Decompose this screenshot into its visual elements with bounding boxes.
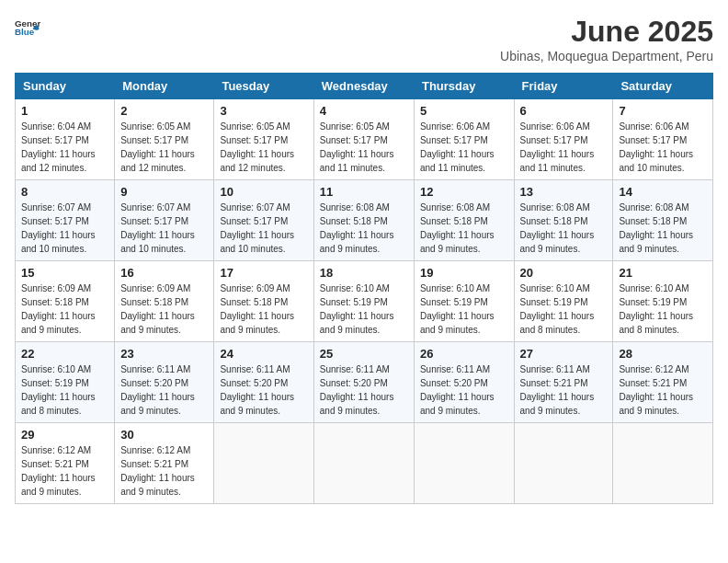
calendar-cell: 23Sunrise: 6:11 AMSunset: 5:20 PMDayligh… — [115, 342, 214, 423]
day-number: 18 — [320, 266, 408, 280]
day-number: 23 — [120, 347, 208, 361]
calendar-cell: 2Sunrise: 6:05 AMSunset: 5:17 PMDaylight… — [115, 99, 214, 180]
calendar-cell: 10Sunrise: 6:07 AMSunset: 5:17 PMDayligh… — [214, 180, 313, 261]
day-info: Sunrise: 6:08 AMSunset: 5:18 PMDaylight:… — [520, 201, 608, 256]
calendar-week-row: 1Sunrise: 6:04 AMSunset: 5:17 PMDaylight… — [16, 99, 713, 180]
calendar-cell — [613, 423, 713, 504]
day-info: Sunrise: 6:07 AMSunset: 5:17 PMDaylight:… — [120, 201, 208, 256]
calendar-cell: 25Sunrise: 6:11 AMSunset: 5:20 PMDayligh… — [313, 342, 414, 423]
calendar-cell: 30Sunrise: 6:12 AMSunset: 5:21 PMDayligh… — [115, 423, 214, 504]
day-number: 25 — [320, 347, 408, 361]
day-number: 12 — [420, 185, 508, 199]
day-number: 4 — [320, 104, 408, 118]
calendar-cell: 24Sunrise: 6:11 AMSunset: 5:20 PMDayligh… — [214, 342, 313, 423]
calendar-cell: 13Sunrise: 6:08 AMSunset: 5:18 PMDayligh… — [514, 180, 613, 261]
calendar-cell: 20Sunrise: 6:10 AMSunset: 5:19 PMDayligh… — [514, 261, 613, 342]
day-number: 19 — [420, 266, 508, 280]
day-number: 3 — [220, 104, 307, 118]
calendar-cell: 27Sunrise: 6:11 AMSunset: 5:21 PMDayligh… — [514, 342, 613, 423]
day-info: Sunrise: 6:11 AMSunset: 5:20 PMDaylight:… — [320, 362, 408, 418]
calendar-week-row: 8Sunrise: 6:07 AMSunset: 5:17 PMDaylight… — [16, 180, 713, 261]
calendar-header-row: SundayMondayTuesdayWednesdayThursdayFrid… — [16, 74, 713, 99]
day-info: Sunrise: 6:08 AMSunset: 5:18 PMDaylight:… — [420, 201, 508, 256]
logo-icon: General Blue — [15, 15, 40, 40]
day-number: 22 — [21, 347, 108, 361]
calendar-cell: 5Sunrise: 6:06 AMSunset: 5:17 PMDaylight… — [414, 99, 514, 180]
day-number: 20 — [520, 266, 608, 280]
calendar-cell: 11Sunrise: 6:08 AMSunset: 5:18 PMDayligh… — [313, 180, 414, 261]
calendar-cell: 21Sunrise: 6:10 AMSunset: 5:19 PMDayligh… — [613, 261, 713, 342]
calendar-cell: 17Sunrise: 6:09 AMSunset: 5:18 PMDayligh… — [214, 261, 313, 342]
day-info: Sunrise: 6:05 AMSunset: 5:17 PMDaylight:… — [220, 120, 307, 175]
page-header: General Blue June 2025 Ubinas, Moquegua … — [15, 15, 713, 63]
day-info: Sunrise: 6:10 AMSunset: 5:19 PMDaylight:… — [320, 282, 408, 337]
calendar-cell: 12Sunrise: 6:08 AMSunset: 5:18 PMDayligh… — [414, 180, 514, 261]
day-number: 7 — [619, 104, 707, 118]
calendar-cell: 15Sunrise: 6:09 AMSunset: 5:18 PMDayligh… — [16, 261, 115, 342]
day-number: 6 — [520, 104, 608, 118]
calendar-cell: 4Sunrise: 6:05 AMSunset: 5:17 PMDaylight… — [313, 99, 414, 180]
day-info: Sunrise: 6:07 AMSunset: 5:17 PMDaylight:… — [21, 201, 108, 256]
calendar-week-row: 29Sunrise: 6:12 AMSunset: 5:21 PMDayligh… — [16, 423, 713, 504]
day-number: 5 — [420, 104, 508, 118]
day-number: 17 — [220, 266, 307, 280]
day-number: 21 — [619, 266, 707, 280]
title-area: June 2025 Ubinas, Moquegua Department, P… — [500, 15, 713, 63]
calendar-cell: 8Sunrise: 6:07 AMSunset: 5:17 PMDaylight… — [16, 180, 115, 261]
column-header-tuesday: Tuesday — [214, 74, 313, 99]
column-header-monday: Monday — [115, 74, 214, 99]
calendar-cell: 22Sunrise: 6:10 AMSunset: 5:19 PMDayligh… — [16, 342, 115, 423]
day-info: Sunrise: 6:10 AMSunset: 5:19 PMDaylight:… — [619, 282, 707, 337]
calendar-cell: 6Sunrise: 6:06 AMSunset: 5:17 PMDaylight… — [514, 99, 613, 180]
calendar-cell: 29Sunrise: 6:12 AMSunset: 5:21 PMDayligh… — [16, 423, 115, 504]
day-info: Sunrise: 6:07 AMSunset: 5:17 PMDaylight:… — [220, 201, 307, 256]
day-info: Sunrise: 6:11 AMSunset: 5:20 PMDaylight:… — [420, 362, 508, 418]
day-number: 30 — [120, 428, 208, 442]
location-title: Ubinas, Moquegua Department, Peru — [500, 49, 713, 63]
day-info: Sunrise: 6:12 AMSunset: 5:21 PMDaylight:… — [120, 443, 208, 499]
day-info: Sunrise: 6:10 AMSunset: 5:19 PMDaylight:… — [420, 282, 508, 337]
day-info: Sunrise: 6:08 AMSunset: 5:18 PMDaylight:… — [619, 201, 707, 256]
day-number: 15 — [21, 266, 108, 280]
day-info: Sunrise: 6:09 AMSunset: 5:18 PMDaylight:… — [120, 282, 208, 337]
day-number: 11 — [320, 185, 408, 199]
day-info: Sunrise: 6:06 AMSunset: 5:17 PMDaylight:… — [619, 120, 707, 175]
svg-text:Blue: Blue — [15, 27, 35, 37]
calendar-cell: 26Sunrise: 6:11 AMSunset: 5:20 PMDayligh… — [414, 342, 514, 423]
day-number: 24 — [220, 347, 307, 361]
day-info: Sunrise: 6:11 AMSunset: 5:20 PMDaylight:… — [120, 362, 208, 418]
calendar-cell: 16Sunrise: 6:09 AMSunset: 5:18 PMDayligh… — [115, 261, 214, 342]
calendar-cell: 9Sunrise: 6:07 AMSunset: 5:17 PMDaylight… — [115, 180, 214, 261]
column-header-saturday: Saturday — [613, 74, 713, 99]
calendar-cell — [313, 423, 414, 504]
day-number: 1 — [21, 104, 108, 118]
day-info: Sunrise: 6:04 AMSunset: 5:17 PMDaylight:… — [21, 120, 108, 175]
day-number: 10 — [220, 185, 307, 199]
column-header-friday: Friday — [514, 74, 613, 99]
day-info: Sunrise: 6:06 AMSunset: 5:17 PMDaylight:… — [520, 120, 608, 175]
day-number: 29 — [21, 428, 108, 442]
day-info: Sunrise: 6:12 AMSunset: 5:21 PMDaylight:… — [21, 443, 108, 499]
day-info: Sunrise: 6:09 AMSunset: 5:18 PMDaylight:… — [220, 282, 307, 337]
day-number: 13 — [520, 185, 608, 199]
day-info: Sunrise: 6:10 AMSunset: 5:19 PMDaylight:… — [520, 282, 608, 337]
day-info: Sunrise: 6:12 AMSunset: 5:21 PMDaylight:… — [619, 362, 707, 418]
calendar-cell: 18Sunrise: 6:10 AMSunset: 5:19 PMDayligh… — [313, 261, 414, 342]
day-info: Sunrise: 6:10 AMSunset: 5:19 PMDaylight:… — [21, 362, 108, 418]
day-info: Sunrise: 6:05 AMSunset: 5:17 PMDaylight:… — [320, 120, 408, 175]
calendar-cell: 14Sunrise: 6:08 AMSunset: 5:18 PMDayligh… — [613, 180, 713, 261]
day-number: 14 — [619, 185, 707, 199]
day-info: Sunrise: 6:09 AMSunset: 5:18 PMDaylight:… — [21, 282, 108, 337]
calendar-cell — [214, 423, 313, 504]
calendar-cell: 7Sunrise: 6:06 AMSunset: 5:17 PMDaylight… — [613, 99, 713, 180]
calendar-cell — [414, 423, 514, 504]
day-number: 28 — [619, 347, 707, 361]
day-info: Sunrise: 6:06 AMSunset: 5:17 PMDaylight:… — [420, 120, 508, 175]
column-header-sunday: Sunday — [16, 74, 115, 99]
month-title: June 2025 — [500, 15, 713, 49]
calendar-cell — [514, 423, 613, 504]
day-number: 26 — [420, 347, 508, 361]
calendar-cell: 1Sunrise: 6:04 AMSunset: 5:17 PMDaylight… — [16, 99, 115, 180]
day-info: Sunrise: 6:08 AMSunset: 5:18 PMDaylight:… — [320, 201, 408, 256]
day-number: 27 — [520, 347, 608, 361]
